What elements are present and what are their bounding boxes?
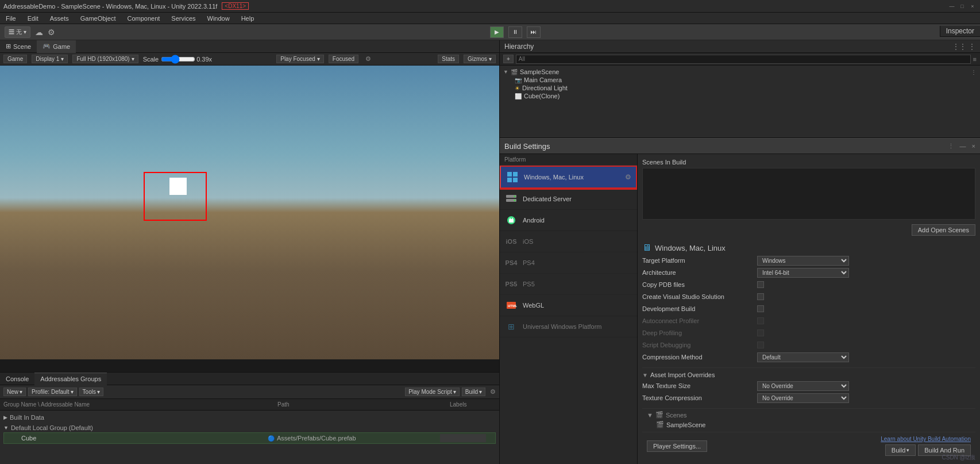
scenes-section-header: ▼ 🎬 Scenes xyxy=(647,411,971,419)
dedicated-server-label: Dedicated Server xyxy=(523,195,572,202)
build-button[interactable]: Build ▾ xyxy=(885,444,916,456)
menu-file[interactable]: File xyxy=(3,15,18,22)
platform-item-windows[interactable]: Windows, Mac, Linux ⚙ xyxy=(500,166,637,189)
architecture-select[interactable]: Intel 64-bit Intel 32-bit Apple Silicon xyxy=(757,268,849,278)
platform-header: Platform xyxy=(500,154,637,166)
platform-item-ios[interactable]: iOS iOS xyxy=(500,231,637,252)
addr-header: Group Name \ Addressable Name Path Label… xyxy=(0,399,499,411)
vr-icon: ⚙ xyxy=(365,55,371,63)
build-menu-icon[interactable]: ⋮ xyxy=(948,143,954,150)
copy-pdb-checkbox[interactable] xyxy=(757,281,764,288)
built-in-data-header[interactable]: ▶ Built In Data xyxy=(3,413,496,422)
svg-rect-2 xyxy=(507,178,512,182)
platform-item-android[interactable]: Android xyxy=(500,210,637,231)
scale-value: 0.39x xyxy=(196,56,212,63)
scene-options-icon[interactable]: ⋮ xyxy=(971,69,977,75)
tab-addressables[interactable]: Addressables Groups xyxy=(34,373,107,385)
pause-button[interactable]: ⏸ xyxy=(508,26,522,38)
hier-scene-root[interactable]: ▼ 🎬 SampleScene ⋮ xyxy=(503,68,977,76)
hierarchy-search[interactable] xyxy=(516,55,971,64)
minimize-button[interactable]: — xyxy=(948,2,956,10)
target-platform-select[interactable]: Windows Mac OS X Linux xyxy=(757,256,849,266)
play-mode-dropdown-icon: ▾ xyxy=(453,389,456,395)
platform-item-ps4[interactable]: PS4 PS4 xyxy=(500,252,637,274)
console-tab-label: Console xyxy=(6,375,29,382)
addr-group-builtin: ▶ Built In Data xyxy=(3,413,496,422)
hierarchy-more-icon[interactable]: ⋮ xyxy=(969,43,975,51)
tab-console[interactable]: Console xyxy=(0,373,34,385)
cloud-icon[interactable]: ☁ xyxy=(35,28,43,37)
built-in-arrow: ▶ xyxy=(3,415,7,420)
menu-edit[interactable]: Edit xyxy=(25,15,41,22)
platform-item-webgl[interactable]: HTML WebGL xyxy=(500,295,637,316)
hier-cube-clone[interactable]: ⬜ Cube(Clone) xyxy=(503,92,977,100)
windows-gear-icon[interactable]: ⚙ xyxy=(625,173,631,181)
display-number[interactable]: Display 1 ▾ xyxy=(32,55,68,63)
profile-selector[interactable]: Profile: Default ▾ xyxy=(28,388,77,396)
menu-help[interactable]: Help xyxy=(239,15,257,22)
sample-scene-label: SampleScene xyxy=(666,421,706,428)
player-settings-button[interactable]: Player Settings... xyxy=(647,440,707,452)
learn-automation-link[interactable]: Learn about Unity Build Automation xyxy=(881,436,971,442)
development-build-row: Development Build xyxy=(642,304,975,314)
default-group-header[interactable]: ▼ Default Local Group (Default) xyxy=(3,423,496,432)
deep-profiling-row: Deep Profiling xyxy=(642,328,975,338)
create-vs-label: Create Visual Studio Solution xyxy=(642,293,757,300)
play-focused-selector[interactable]: Play Focused ▾ xyxy=(276,55,324,63)
deep-profiling-checkbox[interactable] xyxy=(757,329,764,336)
scale-slider[interactable] xyxy=(161,55,195,64)
step-button[interactable]: ⏭ xyxy=(527,26,541,38)
red-selection-box xyxy=(144,172,207,221)
platform-item-ps5[interactable]: PS5 PS5 xyxy=(500,274,637,295)
display-selector[interactable]: Game xyxy=(3,55,27,63)
tools-button[interactable]: Tools ▾ xyxy=(79,388,103,396)
create-vs-checkbox[interactable] xyxy=(757,293,764,300)
new-button[interactable]: New ▾ xyxy=(3,388,26,396)
development-build-checkbox[interactable] xyxy=(757,305,764,312)
play-button[interactable]: ▶ xyxy=(490,26,504,38)
platform-item-uwp[interactable]: ⊞ Universal Windows Platform xyxy=(500,316,637,338)
target-platform-label: Target Platform xyxy=(642,257,757,264)
stats-button[interactable]: Stats xyxy=(438,55,459,63)
settings-icon-addr[interactable]: ⚙ xyxy=(490,388,496,396)
dx-badge: <DX11> xyxy=(222,2,249,10)
settings-icon[interactable]: ⚙ xyxy=(48,28,55,37)
texture-compression-select[interactable]: No Override Force DXT xyxy=(757,393,849,403)
build-dropdown-arrow[interactable]: ▾ xyxy=(906,447,909,453)
menu-component[interactable]: Component xyxy=(125,15,162,22)
asset-import-title: Asset Import Overrides xyxy=(650,371,715,378)
autoconnect-checkbox[interactable] xyxy=(757,317,764,324)
compression-select[interactable]: Default LZ4 LZ4HC xyxy=(757,352,849,362)
close-button[interactable]: × xyxy=(969,2,977,10)
scenes-area xyxy=(642,168,975,220)
script-debugging-checkbox[interactable] xyxy=(757,342,764,348)
hierarchy-add-button[interactable]: + xyxy=(503,55,514,63)
build-close-icon[interactable]: × xyxy=(972,143,975,150)
play-mode-script-selector[interactable]: Play Mode Script ▾ xyxy=(405,388,460,396)
hierarchy-filter-icon[interactable]: ≡ xyxy=(973,56,977,63)
hier-directional-light[interactable]: ☀ Directional Light xyxy=(503,84,977,92)
game-label: Game xyxy=(7,56,23,62)
build-selector[interactable]: Build ▾ xyxy=(462,388,485,396)
hierarchy-panel: Hierarchy ⋮⋮ ⋮ + ≡ ▼ 🎬 SampleScene ⋮ xyxy=(500,40,980,138)
game-tab[interactable]: 🎮 Game xyxy=(37,40,76,53)
menu-window[interactable]: Window xyxy=(205,15,232,22)
gizmos-selector[interactable]: Gizmos ▾ xyxy=(464,55,496,63)
addr-item-cube[interactable]: Cube 🔵 Assets/Prefabs/Cube.prefab xyxy=(3,432,496,444)
menu-assets[interactable]: Assets xyxy=(48,15,71,22)
toolbar-new-btn[interactable]: ☰ 无 ▾ xyxy=(5,26,30,38)
inspector-tab[interactable]: Inspector xyxy=(940,26,980,37)
add-open-scenes-button[interactable]: Add Open Scenes xyxy=(912,224,975,236)
scene-tab[interactable]: ⊞ Scene xyxy=(0,40,37,53)
max-texture-select[interactable]: No Override 32 64 xyxy=(757,381,849,391)
hier-main-camera[interactable]: 📷 Main Camera xyxy=(503,76,977,84)
resolution-selector[interactable]: Full HD (1920x1080) ▾ xyxy=(72,55,138,63)
menu-services[interactable]: Services xyxy=(169,15,198,22)
hierarchy-menu-icon[interactable]: ⋮⋮ xyxy=(952,43,966,51)
menu-gameobject[interactable]: GameObject xyxy=(78,15,118,22)
build-min-icon[interactable]: — xyxy=(960,143,966,150)
col-labels-header: Labels xyxy=(450,401,496,408)
scene-list-item[interactable]: 🎬 SampleScene xyxy=(647,420,971,430)
platform-item-dedicated-server[interactable]: Dedicated Server xyxy=(500,189,637,210)
maximize-button[interactable]: □ xyxy=(958,2,966,10)
